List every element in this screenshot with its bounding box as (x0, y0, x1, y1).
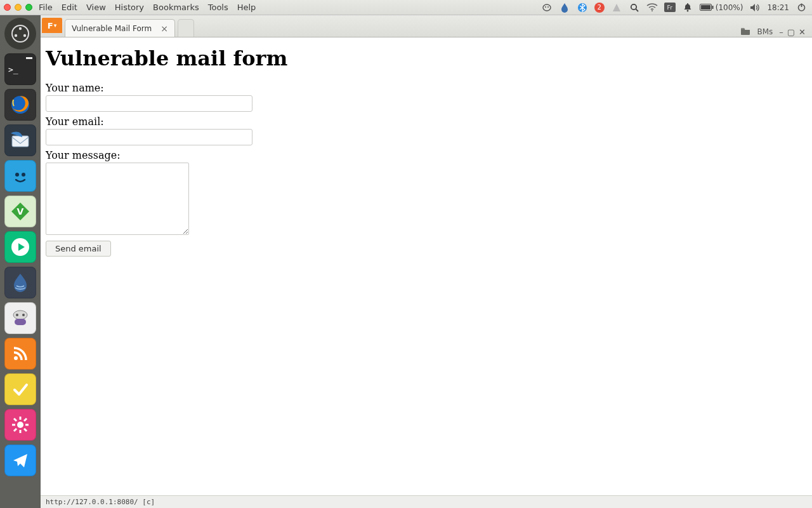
tab-title: Vulnerable Mail Form (72, 24, 152, 33)
menu-tools[interactable]: Tools (208, 3, 228, 12)
tasks-app-icon[interactable] (4, 373, 36, 405)
system-tool-app-icon[interactable] (4, 302, 36, 334)
terminal-app-icon[interactable]: >_ (4, 53, 36, 85)
svg-line-5 (636, 9, 638, 11)
name-input[interactable] (46, 95, 252, 112)
rss-app-icon[interactable] (4, 338, 36, 370)
folder-icon (740, 27, 750, 37)
window-maximize-icon[interactable] (25, 4, 32, 11)
system-menubar: File Edit View History Bookmarks Tools H… (0, 0, 812, 15)
bell-icon[interactable] (682, 2, 693, 13)
svg-point-28 (17, 422, 23, 428)
settings-app-icon[interactable] (4, 409, 36, 441)
email-input[interactable] (46, 129, 252, 145)
status-url: http://127.0.0.1:8080/ [c] (46, 498, 155, 506)
droplet-icon[interactable] (559, 2, 570, 13)
launcher-dock: >_ V (0, 15, 41, 508)
battery-icon[interactable]: (100%) (700, 2, 743, 13)
svg-point-27 (14, 356, 18, 360)
email-label: Your email: (46, 116, 807, 128)
power-icon[interactable] (796, 2, 807, 13)
page-content: Vulnerable mail form Your name: Your ema… (41, 37, 812, 495)
files-app-icon[interactable] (4, 160, 36, 192)
svg-point-19 (15, 173, 19, 177)
svg-line-36 (24, 418, 27, 421)
menu-history[interactable]: History (115, 3, 144, 12)
search-icon[interactable] (629, 2, 640, 13)
window-controls: – ▢ ✕ (779, 27, 806, 37)
clock[interactable]: 18:21 (767, 3, 789, 12)
svg-point-1 (545, 6, 546, 8)
wifi-icon[interactable] (646, 2, 658, 13)
menu-bookmarks[interactable]: Bookmarks (153, 3, 199, 12)
window-close-button[interactable]: ✕ (799, 27, 806, 37)
window-minimize-button[interactable]: – (779, 27, 783, 37)
warning-icon[interactable] (611, 2, 622, 13)
volume-icon[interactable] (749, 2, 761, 13)
vim-app-icon[interactable]: V (4, 196, 36, 227)
svg-point-16 (15, 34, 17, 37)
svg-point-20 (22, 173, 25, 177)
window-traffic-lights (4, 4, 32, 11)
message-label: Your message: (46, 149, 807, 161)
bluetooth-icon[interactable] (577, 2, 588, 13)
svg-line-33 (14, 418, 16, 421)
window-restore-button[interactable]: ▢ (787, 27, 795, 37)
svg-rect-10 (712, 6, 713, 9)
svg-point-0 (543, 4, 551, 11)
send-email-button[interactable]: Send email (46, 241, 111, 257)
notification-badge[interactable]: 2 (594, 3, 605, 13)
bookmark-folder-label[interactable]: BMs (757, 27, 773, 36)
window-close-icon[interactable] (4, 4, 11, 11)
svg-rect-18 (12, 136, 29, 147)
telegram-app-icon[interactable] (4, 444, 36, 476)
svg-point-26 (22, 314, 25, 316)
menu-view[interactable]: View (86, 3, 106, 12)
svg-line-35 (14, 429, 16, 431)
tab-close-icon[interactable]: × (160, 23, 168, 34)
svg-text:V: V (17, 206, 24, 217)
page-heading: Vulnerable mail form (46, 46, 807, 70)
message-textarea[interactable] (46, 163, 189, 235)
menu-file[interactable]: File (39, 3, 53, 12)
torrent-app-icon[interactable] (4, 267, 36, 298)
app-indicator-icon[interactable] (541, 2, 553, 13)
svg-rect-24 (15, 319, 26, 325)
new-tab-button[interactable] (178, 19, 194, 37)
svg-point-15 (23, 34, 26, 37)
app-menu: File Edit View History Bookmarks Tools H… (39, 3, 256, 12)
svg-point-6 (652, 10, 653, 11)
name-label: Your name: (46, 82, 807, 94)
firefox-app-icon[interactable] (4, 89, 36, 121)
svg-point-7 (686, 10, 688, 12)
browser-tab-active[interactable]: Vulnerable Mail Form × (65, 19, 175, 37)
svg-line-34 (24, 429, 27, 431)
dash-home-button[interactable] (4, 18, 36, 50)
browser-tabstrip: F Vulnerable Mail Form × BMs – ▢ ✕ (41, 15, 812, 37)
media-player-app-icon[interactable] (4, 231, 36, 263)
menu-help[interactable]: Help (237, 3, 256, 12)
thunderbird-app-icon[interactable] (4, 124, 36, 156)
svg-point-25 (16, 314, 18, 316)
menu-edit[interactable]: Edit (62, 3, 77, 12)
svg-point-14 (19, 27, 22, 30)
battery-percentage: (100%) (716, 3, 743, 12)
svg-point-23 (13, 311, 27, 319)
firefox-menu-button[interactable]: F (42, 18, 62, 33)
svg-point-4 (631, 4, 636, 9)
window-minimize-icon[interactable] (15, 4, 22, 11)
keyboard-layout-indicator[interactable]: Fr (664, 3, 676, 12)
svg-rect-9 (701, 5, 710, 10)
svg-point-2 (547, 6, 549, 8)
status-bar: http://127.0.0.1:8080/ [c] (41, 495, 812, 508)
